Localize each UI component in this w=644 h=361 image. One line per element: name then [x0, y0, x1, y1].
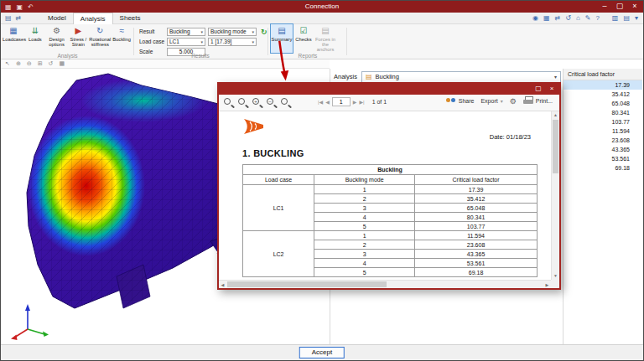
minimize-button[interactable]: –	[597, 1, 612, 13]
maximize-button[interactable]: ▢	[612, 1, 627, 13]
loads-button[interactable]: ⇊ Loads	[24, 24, 46, 53]
window-title: Connection	[1, 1, 643, 13]
export-button[interactable]: Export ▾	[480, 98, 502, 104]
tab-sheets[interactable]: Sheets	[113, 13, 148, 24]
layout-dropdown-icon[interactable]: ▾	[635, 14, 638, 22]
buckling-button[interactable]: ≈ Buckling	[111, 24, 132, 53]
checks-button[interactable]: ☑ Checks	[293, 24, 314, 53]
group-label-reports: Reports	[271, 53, 345, 59]
scroll-up-icon[interactable]: ▲	[552, 111, 559, 119]
loadcases-icon: ▦	[3, 26, 24, 36]
gear-icon[interactable]: ⚙	[510, 97, 517, 106]
load-case-select[interactable]: LC1 ▾	[167, 38, 205, 46]
next-page-button[interactable]: ▶	[353, 99, 357, 105]
rotational-stiffness-button[interactable]: ↻ Rotational stiffness	[89, 24, 111, 53]
col-buckling-mode: Buckling mode	[314, 175, 415, 185]
wireframe-icon[interactable]: ▦	[59, 60, 65, 67]
company-logo	[242, 118, 266, 135]
cell-mode: 2	[314, 194, 415, 204]
group-separator	[346, 28, 347, 55]
result-mode-select[interactable]: Buckling mode ▾	[208, 28, 257, 36]
buckling-table: Buckling Load case Buckling mode Critica…	[242, 164, 538, 277]
buckling-icon: ≈	[111, 26, 132, 36]
previous-page-button[interactable]: ◀	[325, 99, 330, 105]
print-button[interactable]: Print...	[523, 96, 553, 106]
cell-factor: 17.39	[415, 185, 538, 194]
list-item[interactable]: 103.77	[564, 117, 642, 126]
cell-mode: 5	[314, 222, 415, 231]
list-item[interactable]: 23.608	[564, 136, 642, 145]
cell-mode: 1	[314, 231, 415, 240]
accept-button[interactable]: Accept	[299, 347, 345, 358]
recalculate-icon[interactable]: ↻	[261, 28, 267, 36]
horizontal-scrollbar[interactable]: ◀ ▶	[219, 280, 551, 288]
close-button[interactable]: ×	[546, 84, 558, 94]
col-load-case: Load case	[243, 175, 314, 185]
forces-label: Forces in the anchors	[314, 37, 336, 53]
swap-icon[interactable]: ⇄	[16, 14, 22, 22]
panel-left-icon[interactable]: ▥	[612, 14, 619, 22]
list-item[interactable]: 69.18	[564, 163, 642, 173]
rotational-stiffness-label: Rotational stiffness	[89, 37, 111, 47]
printer-icon	[523, 96, 533, 106]
share-button[interactable]: Share	[446, 96, 475, 106]
dynamic-zoom-icon[interactable]	[280, 96, 291, 109]
list-item[interactable]: 11.594	[564, 126, 642, 136]
report-date: Date: 01/18/23	[490, 133, 531, 141]
cell-factor: 53.561	[415, 259, 538, 268]
close-button[interactable]: ×	[627, 1, 642, 13]
ribbon-group-results: Result Buckling ▾ Buckling mode ▾ ↻ Load…	[137, 24, 264, 59]
tab-analysis[interactable]: Analysis	[73, 13, 113, 24]
loadcases-button[interactable]: ▦ Loadcases	[3, 24, 24, 53]
scroll-right-icon[interactable]: ▶	[543, 281, 551, 288]
scroll-down-icon[interactable]: ▼	[552, 272, 559, 280]
help-icon[interactable]: ?	[596, 14, 600, 22]
select-icon[interactable]: ↖	[5, 60, 10, 67]
zoom-in-icon[interactable]: ⊕	[16, 60, 21, 67]
list-item[interactable]: 53.561	[564, 154, 642, 163]
titlebar: ▦ ▣ ↶ Connection – ▢ ×	[1, 1, 643, 13]
fit-page-icon[interactable]	[237, 96, 248, 109]
report-toolbar: + − |◀ ◀ ▶ ▶| 1 of 1 Share Export ▾	[219, 95, 559, 111]
loads-icon: ⇊	[24, 26, 46, 36]
pan-zoom-icon[interactable]	[223, 96, 234, 109]
grid-view-icon[interactable]: ▦	[543, 14, 550, 22]
design-options-button[interactable]: ⚙ Design options	[46, 24, 68, 53]
scroll-left-icon[interactable]: ◀	[219, 281, 226, 288]
tab-model[interactable]: Model	[41, 13, 73, 24]
maximize-button[interactable]: ▢	[532, 84, 544, 94]
page-number-input[interactable]	[332, 97, 351, 106]
list-item[interactable]: 80.341	[564, 108, 642, 117]
list-item[interactable]: 65.048	[564, 99, 642, 108]
edit-icon[interactable]: ✎	[585, 14, 591, 22]
vertical-scrollbar[interactable]: ▲ ▼	[551, 111, 559, 280]
zoom-out-icon[interactable]: −	[266, 96, 277, 109]
zoom-in-icon[interactable]: +	[252, 96, 262, 109]
refresh-icon[interactable]: ↺	[565, 14, 571, 22]
scrollbar-thumb[interactable]	[227, 281, 387, 287]
group-label-results: Results	[137, 53, 264, 59]
last-page-button[interactable]: ▶|	[359, 99, 364, 105]
list-item[interactable]: 17.39	[564, 80, 642, 90]
ribbon: ▦ Loadcases ⇊ Loads ⚙ Design options ▶ S…	[1, 24, 643, 59]
mode-number-select[interactable]: 1 [17.39] ▾	[208, 38, 257, 46]
summary-button[interactable]: ▤ Summary	[271, 24, 293, 53]
rotate-view-icon[interactable]: ↺	[49, 60, 54, 67]
panel-bottom-icon[interactable]: ▤	[623, 14, 630, 22]
zoom-out-icon[interactable]: ⊖	[27, 60, 32, 67]
table-row: LC1 1 17.39	[243, 185, 538, 194]
compare-icon[interactable]: ⇄	[555, 14, 561, 22]
cell-factor: 23.608	[415, 240, 538, 250]
home-icon[interactable]: ⌂	[576, 14, 580, 22]
list-item[interactable]: 35.412	[564, 90, 642, 99]
list-item[interactable]: 43.365	[564, 145, 642, 154]
scrollbar-thumb[interactable]	[553, 120, 558, 173]
analysis-select[interactable]: ▤ Buckling ▾	[361, 71, 561, 83]
result-select[interactable]: Buckling ▾	[167, 28, 205, 36]
cell-mode: 2	[314, 240, 415, 250]
fit-view-icon[interactable]: ⊞	[38, 60, 43, 67]
first-page-button[interactable]: |◀	[318, 99, 323, 105]
grid-icon[interactable]: ▤	[5, 14, 12, 22]
stress-strain-button[interactable]: ▶ Stress / Strain	[68, 24, 90, 53]
target-icon[interactable]: ◉	[532, 14, 538, 22]
